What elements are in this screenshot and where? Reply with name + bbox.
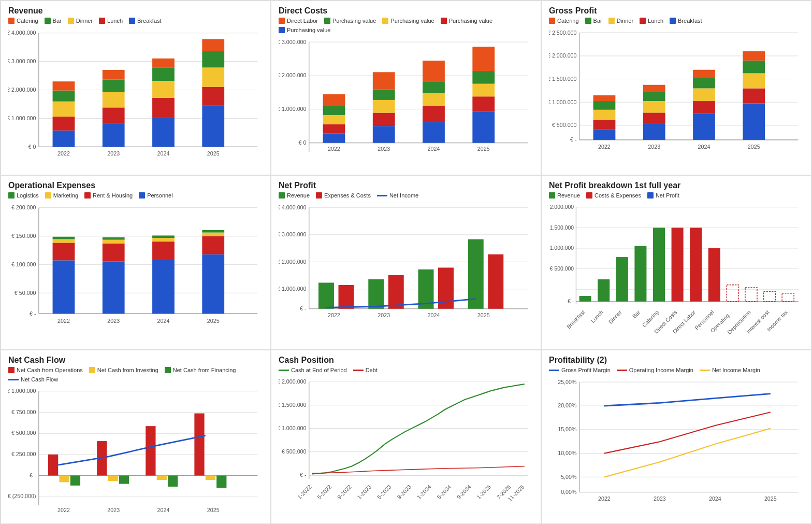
ncf-inv-color: [89, 367, 95, 373]
svg-rect-103: [743, 88, 765, 103]
svg-rect-136: [202, 236, 224, 254]
svg-text:5-2023: 5-2023: [376, 484, 393, 500]
breakfast-label: Breakfast: [137, 18, 161, 24]
svg-text:2024: 2024: [428, 146, 440, 152]
np-legend-expenses: Expenses & Costs: [316, 192, 371, 199]
svg-text:€ -: € -: [300, 472, 307, 478]
svg-text:20,00%: 20,00%: [558, 402, 577, 408]
svg-text:15,00%: 15,00%: [558, 426, 577, 432]
npb-title: Net Profit breakdown 1st full year: [549, 181, 804, 190]
svg-rect-100: [693, 70, 715, 78]
ncf-legend-flow: Net Cash Flow: [8, 376, 58, 383]
svg-rect-177: [579, 296, 591, 302]
gp-legend-breakfast: Breakfast: [670, 18, 702, 24]
svg-text:€ 1.000.000: € 1.000.000: [549, 98, 576, 105]
svg-rect-18: [103, 124, 125, 147]
net-profit-chart: Net Profit Revenue Expenses & Costs Net …: [271, 175, 541, 350]
opex-svg: € 200.000 € 150.000 € 100.000 € 50.000 €…: [8, 202, 263, 335]
svg-rect-225: [206, 475, 215, 480]
svg-text:2024: 2024: [709, 495, 721, 502]
ncf-fin-color: [165, 367, 171, 373]
svg-rect-217: [70, 475, 80, 485]
profitability-legend: Gross Profit Margin Operating Income Mar…: [549, 367, 804, 373]
svg-rect-15: [53, 91, 75, 102]
svg-text:Breakfast: Breakfast: [566, 309, 586, 330]
revenue-title: Revenue: [8, 6, 263, 16]
gpm-label: Gross Profit Margin: [561, 367, 611, 373]
svg-rect-85: [593, 120, 616, 130]
svg-text:Bar: Bar: [631, 309, 641, 320]
gp-breakfast-label: Breakfast: [678, 18, 702, 24]
npb-svg: € 2.000.000 € 1.500.000 € 1.000.000 € 50…: [549, 202, 804, 335]
svg-text:2023: 2023: [378, 312, 390, 318]
ncf-title: Net Cash Flow: [8, 356, 263, 365]
svg-rect-105: [743, 61, 765, 74]
svg-text:€ 250.000: € 250.000: [11, 451, 36, 457]
cp-legend: Cash at End of Period Debt: [279, 367, 533, 373]
svg-rect-58: [423, 122, 445, 143]
cp-legend-debt: Debt: [353, 367, 378, 373]
svg-text:2022: 2022: [328, 146, 340, 152]
revenue-svg: € 4.000.000 € 3.000.000 € 2.000.000 € 1.…: [8, 27, 263, 160]
svg-text:2022: 2022: [598, 495, 611, 502]
svg-text:€ 4.000.000: € 4.000.000: [279, 204, 306, 210]
svg-rect-224: [194, 414, 204, 476]
svg-rect-130: [152, 260, 175, 314]
ncf-legend-inv: Net Cash from Investing: [89, 367, 158, 373]
svg-rect-216: [59, 475, 69, 482]
svg-rect-22: [103, 70, 125, 80]
rent-label: Rent & Housing: [93, 192, 133, 199]
opex-chart: Operational Expenses Logistics Marketing…: [1, 175, 271, 350]
svg-rect-226: [216, 475, 226, 488]
direct-costs-chart: Direct Costs Direct Labor Purchasing val…: [271, 1, 541, 175]
svg-text:Dinner: Dinner: [607, 309, 624, 325]
svg-text:1-2025: 1-2025: [475, 484, 492, 500]
legend-personnel: Personnel: [139, 192, 173, 199]
svg-rect-87: [593, 101, 616, 110]
svg-text:€ 3.000.000: € 3.000.000: [279, 38, 306, 45]
np-income-label: Net Income: [389, 192, 418, 199]
svg-text:2023: 2023: [654, 495, 666, 502]
svg-rect-20: [103, 92, 125, 107]
svg-rect-68: [472, 47, 495, 71]
svg-text:€ 1.000.000: € 1.000.000: [8, 388, 36, 394]
svg-text:2022: 2022: [598, 143, 611, 149]
npb-legend: Revenue Costs & Expenses Net Profit: [549, 192, 804, 199]
svg-rect-156: [339, 285, 354, 309]
svg-rect-93: [643, 92, 665, 101]
svg-text:9-2022: 9-2022: [336, 484, 353, 500]
oim-color: [617, 370, 627, 371]
svg-rect-92: [643, 101, 665, 112]
ncf-flow-label: Net Cash Flow: [21, 376, 58, 383]
npb-rev-color: [549, 192, 555, 199]
svg-text:€ 500.000: € 500.000: [552, 122, 577, 128]
legend-rent: Rent & Housing: [84, 192, 133, 199]
svg-rect-46: [323, 134, 345, 143]
svg-text:1-2024: 1-2024: [416, 484, 432, 500]
svg-rect-106: [743, 51, 765, 61]
svg-text:5,00%: 5,00%: [561, 474, 577, 480]
cp-cash-label: Cash at End of Period: [291, 367, 347, 373]
pv4-color: [279, 27, 285, 33]
ncf-legend-fin: Net Cash from Financing: [165, 367, 236, 373]
pv2-label: Purchasing value: [390, 18, 434, 24]
logistics-color: [8, 192, 15, 199]
svg-rect-13: [53, 117, 75, 131]
legend-logistics: Logistics: [8, 192, 39, 199]
svg-text:€ (250.000): € (250.000): [8, 493, 36, 499]
svg-text:0,00%: 0,00%: [561, 489, 577, 495]
svg-rect-88: [593, 95, 616, 101]
np-rev-label: Revenue: [287, 192, 310, 199]
lunch-color: [99, 18, 105, 24]
svg-text:2022: 2022: [328, 312, 340, 318]
svg-rect-180: [634, 246, 646, 302]
svg-text:€ 100.000: € 100.000: [11, 261, 36, 268]
svg-rect-59: [423, 106, 445, 122]
net-cash-flow-chart: Net Cash Flow Net Cash from Operations N…: [1, 350, 271, 524]
direct-costs-title: Direct Costs: [279, 6, 533, 16]
svg-rect-181: [653, 228, 665, 301]
legend-pv3: Purchasing value: [441, 18, 492, 24]
cp-area: € 2.000.000 € 1.500.000 € 1.000.000 € 50…: [279, 376, 533, 509]
pv3-color: [441, 18, 447, 24]
svg-text:€ 4.000.000: € 4.000.000: [8, 30, 36, 36]
